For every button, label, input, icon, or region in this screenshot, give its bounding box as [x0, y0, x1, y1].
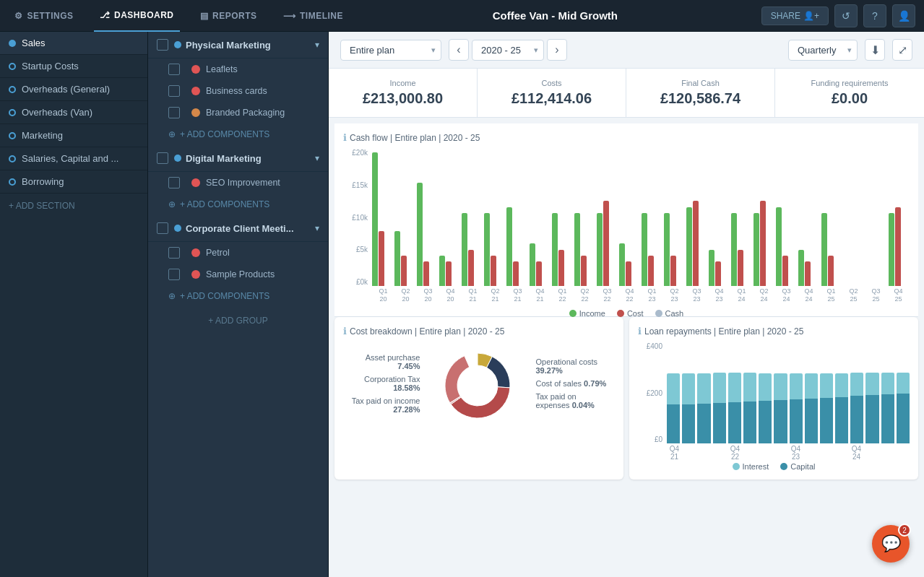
interest-bar	[790, 373, 803, 399]
capital-bar	[865, 395, 878, 443]
add-components-physical[interactable]: ⊕ + ADD COMPONENTS	[148, 123, 328, 145]
add-section-button[interactable]: + ADD SECTION	[0, 194, 147, 218]
loan-x-label	[682, 445, 697, 461]
sidebar-item-overheads-van[interactable]: Overheads (Van)	[0, 101, 147, 124]
middle-item-business-cards[interactable]: Business cards	[148, 80, 328, 102]
physical-marketing-checkbox[interactable]	[157, 39, 168, 51]
loan-bar-stack	[835, 373, 848, 443]
content-header: Entire plan ‹ 2020 - 25 › Quarterly ⬇ ⤢	[329, 32, 924, 69]
salaries-dot	[9, 155, 16, 162]
share-button[interactable]: SHARE 👤+	[761, 6, 829, 25]
date-prev-button[interactable]: ‹	[449, 39, 469, 61]
middle-item-leaflets[interactable]: Leaflets	[148, 58, 328, 80]
sidebar-item-label: Overheads (General)	[22, 84, 110, 95]
sidebar-item-salaries[interactable]: Salaries, Capital and ...	[0, 147, 147, 170]
history-button[interactable]: ↺	[834, 4, 858, 27]
middle-item-seo[interactable]: SEO Improvement	[148, 172, 328, 194]
loan-x-label	[712, 445, 727, 461]
sidebar-item-overheads-general[interactable]: Overheads (General)	[0, 78, 147, 101]
sales-dot	[9, 40, 16, 47]
leaflets-checkbox[interactable]	[168, 64, 180, 75]
cashflow-chart-title: ℹ Cash flow | Entire plan | 2020 - 25	[343, 132, 910, 143]
sidebar-item-label: Startup Costs	[22, 61, 79, 71]
x-label: Q424	[798, 287, 820, 303]
petrol-checkbox[interactable]	[168, 247, 180, 259]
chat-button[interactable]: 💬 2	[872, 525, 910, 563]
bar-group	[798, 250, 819, 286]
loan-x-label	[894, 445, 910, 461]
interest-bar	[881, 373, 894, 394]
help-button[interactable]: ?	[863, 4, 886, 27]
add-components-digital[interactable]: ⊕ + ADD COMPONENTS	[148, 194, 328, 215]
branded-packaging-dot	[191, 108, 200, 117]
date-next-button[interactable]: ›	[547, 39, 567, 61]
nav-settings[interactable]: ⚙ SETTINGS	[9, 0, 79, 32]
bar-group	[709, 250, 730, 286]
expand-button[interactable]: ⤢	[892, 39, 912, 61]
sample-products-checkbox[interactable]	[168, 269, 180, 280]
corporation-tax-label: Corporation Tax18.58%	[352, 375, 420, 392]
add-group-button[interactable]: + ADD GROUP	[148, 307, 328, 334]
income-bar	[530, 243, 535, 286]
corporate-section-header: Corporate Client Meeti... ▾	[148, 215, 328, 242]
cost-bar	[738, 250, 743, 286]
income-bar	[574, 213, 580, 286]
account-button[interactable]: 👤	[892, 4, 915, 27]
date-select[interactable]: 2020 - 25	[472, 40, 544, 61]
loan-x-label	[864, 445, 879, 461]
nav-reports[interactable]: ▤ REPORTS	[194, 0, 263, 32]
sidebar-item-label: Borrowing	[22, 176, 64, 187]
business-cards-checkbox[interactable]	[168, 85, 180, 97]
middle-item-sample-products[interactable]: Sample Products	[148, 264, 328, 285]
cost-bar	[446, 261, 452, 286]
quarterly-select[interactable]: Quarterly	[788, 40, 858, 61]
cost-bar	[603, 201, 609, 286]
loan-x-label	[697, 445, 712, 461]
interest-bar	[667, 373, 680, 404]
bar-group	[484, 213, 505, 286]
income-bar	[552, 213, 558, 286]
interest-bar	[728, 373, 741, 402]
cost-bar	[805, 261, 811, 286]
plan-select-wrapper: Entire plan	[340, 40, 441, 61]
seo-checkbox[interactable]	[168, 177, 180, 188]
income-bar	[731, 213, 737, 286]
digital-marketing-checkbox[interactable]	[157, 152, 168, 164]
loan-legend: Interest Capital	[638, 462, 910, 471]
sidebar-item-startup-costs[interactable]: Startup Costs	[0, 55, 147, 78]
donut-labels-right: Operational costs39.27% Cost of sales 0.…	[535, 357, 606, 414]
bar-group	[462, 213, 483, 286]
x-label: Q322	[596, 287, 618, 303]
cost-legend-dot	[617, 310, 624, 317]
overheads-general-dot	[9, 86, 16, 93]
capital-bar	[682, 404, 695, 443]
corporate-checkbox[interactable]	[157, 222, 168, 234]
sidebar-item-sales[interactable]: Sales	[0, 32, 147, 55]
summary-cards: Income £213,000.80 Costs £112,414.06 Fin…	[329, 69, 924, 118]
sidebar-item-marketing[interactable]: Marketing	[0, 124, 147, 147]
middle-item-petrol[interactable]: Petrol	[148, 242, 328, 264]
plan-select[interactable]: Entire plan	[340, 40, 441, 61]
nav-dashboard[interactable]: ⎇ DASHBOARD	[94, 0, 180, 32]
corporate-chevron[interactable]: ▾	[315, 223, 319, 233]
nav-timeline[interactable]: ⟶ TIMELINE	[277, 0, 350, 32]
loan-bars	[638, 342, 910, 443]
x-label: Q323	[686, 287, 708, 303]
x-label: Q125	[820, 287, 842, 303]
physical-marketing-title: Physical Marketing	[186, 40, 315, 51]
loan-bar-stack	[759, 373, 772, 443]
sidebar-item-borrowing[interactable]: Borrowing	[0, 170, 147, 194]
cost-bar	[760, 201, 766, 286]
plus-icon-3: ⊕	[168, 291, 176, 301]
cost-bar	[782, 256, 788, 286]
digital-marketing-chevron[interactable]: ▾	[315, 153, 319, 163]
branded-packaging-checkbox[interactable]	[168, 107, 180, 118]
interest-bar	[743, 373, 756, 402]
loan-x-label	[803, 445, 819, 461]
physical-marketing-chevron[interactable]: ▾	[315, 40, 319, 50]
bar-group	[372, 152, 393, 286]
cost-breakdown-chart: ℹ Cost breakdown | Entire plan | 2020 - …	[334, 317, 623, 480]
middle-item-branded-packaging[interactable]: Branded Packaging	[148, 102, 328, 123]
add-components-corporate[interactable]: ⊕ + ADD COMPONENTS	[148, 285, 328, 307]
download-button[interactable]: ⬇	[865, 39, 885, 61]
